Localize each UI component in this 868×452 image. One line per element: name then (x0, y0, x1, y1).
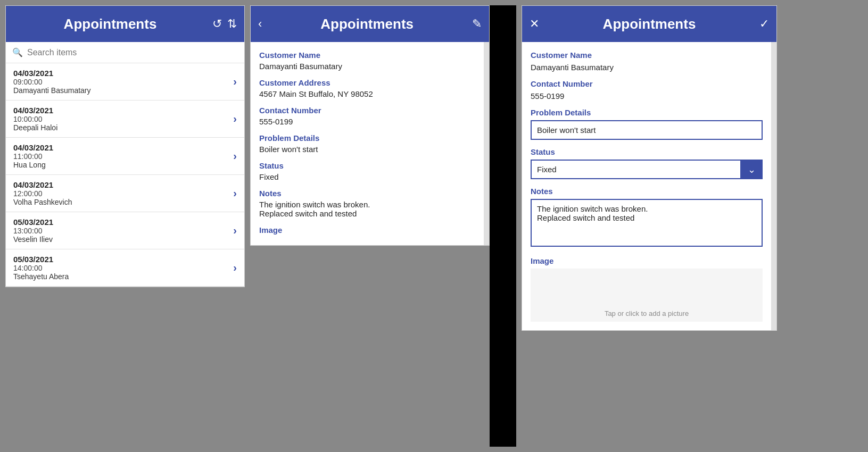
list-item-content: 04/03/2021 11:00:00 Hua Long (13, 143, 233, 169)
appointments-detail-panel: ‹ Appointments ✎ Customer Name Damayanti… (250, 5, 490, 246)
search-icon: 🔍 (12, 47, 23, 57)
list-item-name: Deepali Haloi (13, 123, 233, 132)
edit-image-label: Image (531, 256, 763, 265)
list-item-content: 04/03/2021 10:00:00 Deepali Haloi (13, 106, 233, 132)
search-bar: 🔍 (6, 42, 244, 63)
list-item-content: 04/03/2021 09:00:00 Damayanti Basumatary (13, 69, 233, 95)
contact-number-value: 555-0199 (259, 117, 475, 126)
sort-icon[interactable]: ⇅ (227, 17, 237, 31)
list-item-name: Hua Long (13, 161, 233, 169)
detail-inner: Customer Name Damayanti Basumatary Custo… (251, 42, 489, 245)
contact-number-label: Contact Number (259, 106, 475, 115)
list-item-date: 05/03/2021 (13, 217, 233, 227)
image-label: Image (259, 225, 475, 235)
back-icon[interactable]: ‹ (258, 17, 262, 31)
detail-scrollbar[interactable] (484, 42, 489, 245)
list-item-time: 14:00:00 (13, 264, 233, 272)
list-panel-header: Appointments ↺ ⇅ (6, 6, 244, 42)
edit-scrollbar[interactable] (771, 42, 776, 330)
list-item-time: 12:00:00 (13, 189, 233, 198)
problem-details-input[interactable] (531, 120, 763, 140)
edit-customer-name-label: Customer Name (531, 51, 763, 60)
list-item-name: Volha Pashkevich (13, 198, 233, 206)
status-label: Status (259, 161, 475, 170)
list-item[interactable]: 04/03/2021 10:00:00 Deepali Haloi › (6, 101, 244, 138)
customer-name-value: Damayanti Basumatary (259, 62, 475, 71)
list-item-time: 10:00:00 (13, 115, 233, 123)
edit-content: Customer Name Damayanti Basumatary Conta… (522, 42, 771, 330)
list-item-time: 09:00:00 (13, 78, 233, 86)
appointments-list-panel: Appointments ↺ ⇅ 🔍 04/03/2021 09:00:00 D… (5, 5, 245, 287)
list-item-name: Veselin Iliev (13, 235, 233, 244)
notes-label: Notes (259, 189, 475, 198)
close-icon[interactable]: ✕ (530, 17, 539, 31)
list-item[interactable]: 05/03/2021 13:00:00 Veselin Iliev › (6, 212, 244, 249)
customer-address-label: Customer Address (259, 78, 475, 87)
edit-customer-name-value: Damayanti Basumatary (531, 63, 763, 72)
edit-panel-title: Appointments (544, 16, 754, 32)
search-input[interactable] (27, 48, 238, 57)
list-item-date: 05/03/2021 (13, 255, 233, 264)
status-select[interactable]: FixedPendingIn ProgressCancelled (531, 160, 763, 179)
status-select-wrapper: FixedPendingIn ProgressCancelled ⌄ (531, 160, 763, 179)
list-item[interactable]: 04/03/2021 09:00:00 Damayanti Basumatary… (6, 63, 244, 101)
notes-textarea[interactable] (531, 199, 763, 247)
edit-contact-number-value: 555-0199 (531, 91, 763, 101)
chevron-right-icon: › (233, 113, 237, 125)
list-item-name: Tsehayetu Abera (13, 272, 233, 281)
edit-status-label: Status (531, 147, 763, 156)
image-upload-area[interactable]: Tap or click to add a picture (531, 269, 763, 322)
list-item-content: 04/03/2021 12:00:00 Volha Pashkevich (13, 180, 233, 206)
edit-panel-header: ✕ Appointments ✓ (522, 6, 776, 42)
appointments-list: 04/03/2021 09:00:00 Damayanti Basumatary… (6, 63, 244, 287)
list-item-date: 04/03/2021 (13, 69, 233, 78)
list-item-time: 13:00:00 (13, 227, 233, 235)
status-value: Fixed (259, 172, 475, 181)
problem-details-value: Boiler won't start (259, 145, 475, 154)
edit-inner: Customer Name Damayanti Basumatary Conta… (522, 42, 776, 330)
refresh-icon[interactable]: ↺ (212, 17, 222, 31)
image-placeholder-text: Tap or click to add a picture (605, 309, 689, 317)
chevron-right-icon: › (233, 224, 237, 237)
list-item-date: 04/03/2021 (13, 106, 233, 115)
problem-details-label: Problem Details (259, 133, 475, 143)
list-item[interactable]: 04/03/2021 12:00:00 Volha Pashkevich › (6, 175, 244, 212)
edit-problem-details-label: Problem Details (531, 108, 763, 117)
appointments-edit-panel: ✕ Appointments ✓ Customer Name Damayanti… (522, 5, 777, 331)
detail-panel-title: Appointments (267, 16, 467, 32)
list-item-date: 04/03/2021 (13, 143, 233, 152)
divider (490, 5, 516, 447)
edit-contact-number-label: Contact Number (531, 79, 763, 88)
confirm-icon[interactable]: ✓ (759, 17, 769, 31)
list-item-date: 04/03/2021 (13, 180, 233, 189)
list-item-time: 11:00:00 (13, 152, 233, 161)
chevron-right-icon: › (233, 262, 237, 274)
list-item-content: 05/03/2021 14:00:00 Tsehayetu Abera (13, 255, 233, 281)
chevron-right-icon: › (233, 150, 237, 162)
detail-panel-header: ‹ Appointments ✎ (251, 6, 489, 42)
list-item-content: 05/03/2021 13:00:00 Veselin Iliev (13, 217, 233, 244)
list-item[interactable]: 04/03/2021 11:00:00 Hua Long › (6, 138, 244, 175)
chevron-right-icon: › (233, 187, 237, 199)
list-item[interactable]: 05/03/2021 14:00:00 Tsehayetu Abera › (6, 249, 244, 287)
list-item-name: Damayanti Basumatary (13, 86, 233, 95)
chevron-right-icon: › (233, 76, 237, 88)
list-panel-title: Appointments (13, 16, 207, 32)
notes-value: The ignition switch was broken. Replaced… (259, 200, 475, 218)
customer-address-value: 4567 Main St Buffalo, NY 98052 (259, 89, 475, 98)
edit-notes-label: Notes (531, 187, 763, 196)
edit-icon[interactable]: ✎ (472, 17, 482, 31)
detail-content: Customer Name Damayanti Basumatary Custo… (251, 42, 484, 245)
customer-name-label: Customer Name (259, 51, 475, 60)
